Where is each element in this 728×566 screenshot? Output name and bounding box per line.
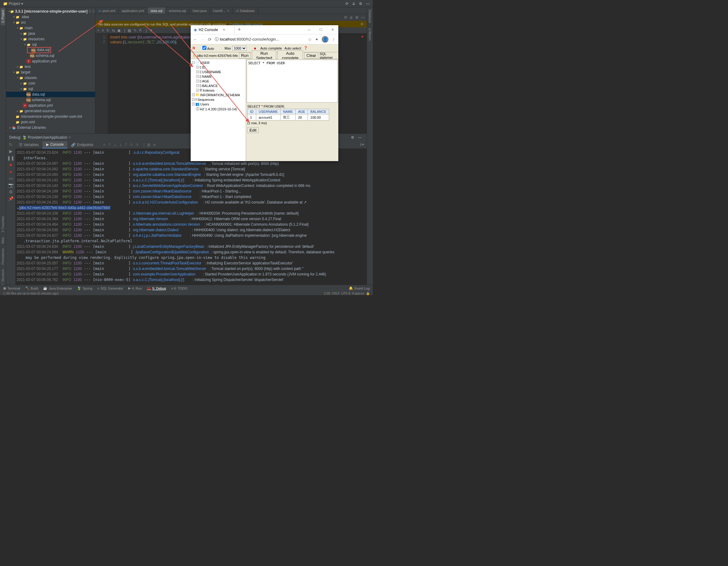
close-icon[interactable]: ×: [223, 28, 225, 32]
extensions-icon[interactable]: ✦: [315, 37, 319, 42]
h2-tree-item[interactable]: + ⚲ Indexes: [192, 88, 245, 93]
hide-icon[interactable]: —: [356, 135, 364, 140]
tree-item[interactable]: ▸📁java: [6, 31, 95, 36]
h2-tree-item[interactable]: + ▯ AGE: [192, 79, 245, 83]
tree-item[interactable]: SQLdata.sql: [6, 92, 95, 97]
h2-tree-item[interactable]: + ▯ ID: [192, 65, 245, 70]
status-enc[interactable]: UTF-8: [342, 292, 350, 295]
side-maven[interactable]: m Maven: [368, 26, 372, 43]
project-tree[interactable]: ▾📁3.3.1 [microservice-simple-provider-us…: [6, 7, 95, 134]
new-tab-icon[interactable]: +: [235, 26, 244, 33]
refresh-icon[interactable]: ↻: [106, 28, 109, 33]
avatar-icon[interactable]: 👤: [322, 36, 328, 43]
bottom-terminal[interactable]: ▣ Terminal: [3, 286, 20, 290]
tree-root[interactable]: ▾📁3.3.1 [microservice-simple-provider-us…: [6, 9, 95, 14]
filter-icon[interactable]: ▼: [149, 28, 153, 33]
side-web[interactable]: Web: [1, 235, 5, 246]
run-button[interactable]: Run: [239, 53, 251, 58]
status-eol[interactable]: CRLF: [332, 292, 340, 295]
edit-button[interactable]: Edit: [247, 127, 259, 133]
h2-tree-item[interactable]: + ▯ USERNAME: [192, 70, 245, 74]
status-pos[interactable]: 2:38: [324, 292, 330, 295]
hide-icon[interactable]: —: [361, 15, 365, 20]
bottom-build[interactable]: 🔨 Build: [25, 286, 38, 290]
layout-icon[interactable]: ▭: [9, 176, 13, 181]
dbg-btn[interactable]: ▦: [147, 143, 150, 147]
side-project[interactable]: 1: Project: [1, 7, 5, 25]
h2-tree-item[interactable]: + ⦀ Sequences: [192, 97, 245, 102]
dbg-btn[interactable]: ⤒: [108, 143, 111, 147]
hide-icon[interactable]: —: [364, 1, 372, 6]
dbg-btn[interactable]: ⤓: [113, 143, 117, 147]
editor-tab[interactable]: application.yml: [119, 7, 148, 14]
bottom-spring[interactable]: 🍃 Spring: [77, 286, 92, 290]
clear-button[interactable]: Clear: [304, 53, 318, 58]
notice-gear-icon[interactable]: ⚙: [360, 22, 364, 26]
collapse-icon[interactable]: ⇊: [350, 15, 353, 20]
bottom-sqlgen[interactable]: ≡ SQL Generator: [97, 286, 123, 290]
maximize-icon[interactable]: ☐: [315, 28, 327, 32]
editor-tab[interactable]: data.sql: [148, 7, 166, 14]
editor-tab[interactable]: m pom.xml: [95, 7, 119, 14]
tree-item[interactable]: ▸📁generated-sources: [6, 108, 95, 114]
h2-tree-item[interactable]: + 👥 Users: [192, 102, 245, 106]
reload-icon[interactable]: ⟳: [344, 1, 350, 6]
debug-config[interactable]: ProviderUserApplication: [28, 135, 67, 140]
help-icon[interactable]: ❓: [304, 46, 308, 50]
add-icon[interactable]: +: [97, 28, 99, 33]
sql-textarea[interactable]: SELECT * FROM USER: [247, 60, 338, 103]
collapse-icon[interactable]: ⇊: [350, 1, 357, 6]
tree-item[interactable]: SQLschema.sql: [6, 97, 95, 103]
stop-icon[interactable]: ■: [254, 46, 256, 50]
close-icon[interactable]: ×: [69, 135, 71, 140]
nav-icon[interactable]: ⇱: [139, 28, 142, 33]
edit-icon[interactable]: ✎: [133, 28, 137, 33]
dbg-btn[interactable]: ⤒: [125, 143, 128, 147]
status-indent[interactable]: 4 spaces: [352, 292, 364, 295]
sync-icon[interactable]: ⇆: [112, 28, 115, 33]
forward-icon[interactable]: →: [201, 37, 205, 42]
h2-tree-item[interactable]: + ▯ BALANCE: [192, 83, 245, 88]
h2-tree-item[interactable]: − 📄 USER: [192, 60, 245, 65]
tree-item[interactable]: ▾📁.idea: [6, 14, 95, 20]
gear-icon[interactable]: ⚙: [349, 135, 356, 140]
tab-endpoints[interactable]: 🔗 Endpoints: [67, 141, 97, 149]
side-favorites[interactable]: 2: Favorites: [1, 214, 5, 235]
breakpoint-icon[interactable]: ●: [10, 169, 12, 174]
editor-tab[interactable]: ≡3 Database: [233, 7, 258, 14]
gear-icon[interactable]: ⚙: [357, 1, 364, 6]
sync-icon[interactable]: ⟳: [344, 15, 347, 20]
bottom-run[interactable]: ▶ 4: Run: [128, 286, 142, 290]
minimize-icon[interactable]: —: [303, 28, 315, 32]
tree-item[interactable]: ▾📁sql: [6, 86, 95, 92]
tree-item[interactable]: ▾📁main: [6, 25, 95, 31]
scroll-icon[interactable]: ⤓▸: [357, 141, 367, 149]
h2-schema-tree[interactable]: − 📄 USER+ ▯ ID+ ▯ USERNAME+ ▯ NAME+ ▯ AG…: [191, 59, 246, 161]
tab-console[interactable]: ▶ Console: [42, 141, 67, 149]
h2-tree-item[interactable]: ⓘ H2 1.4.200 (2019-10-14): [192, 106, 245, 112]
star-icon[interactable]: ☆: [308, 37, 312, 42]
tree-item[interactable]: 📁pom.xml: [6, 119, 95, 125]
max-select[interactable]: 1000: [232, 46, 247, 51]
reload-icon[interactable]: ⟳: [208, 37, 212, 42]
error-marker-icon[interactable]: ●: [361, 34, 364, 39]
side-persistence[interactable]: Persistence: [1, 246, 5, 267]
pause-icon[interactable]: ❚❚: [7, 156, 14, 161]
tree-ext-lib[interactable]: ▸📚External Libraries: [6, 125, 95, 130]
project-dropdown[interactable]: 📁 Project ▾: [1, 1, 25, 6]
console-output[interactable]: 2021-03-07 00:04:23.824 INFO 1100 --- [m…: [6, 149, 367, 288]
bottom-debug[interactable]: 🐞 5: Debug: [147, 286, 166, 290]
bottom-javaee[interactable]: ☕ Java Enterprise: [43, 286, 72, 290]
tree-item[interactable]: ▾📁src: [6, 20, 95, 25]
grid-icon[interactable]: ▦: [128, 28, 131, 33]
settings-icon[interactable]: ⚙: [9, 189, 13, 194]
url-field[interactable]: ⓘ localhost:8000/h2-console/login...: [215, 37, 305, 42]
stop-icon[interactable]: ■: [10, 162, 12, 167]
tree-item[interactable]: ▾📁resources: [6, 36, 95, 42]
auto-checkbox[interactable]: [202, 46, 206, 50]
editor-tab[interactable]: schema.sql: [166, 7, 189, 14]
editor-tab[interactable]: UserR… ×: [210, 7, 233, 14]
dbg-btn[interactable]: ≣: [153, 143, 156, 147]
dbg-btn[interactable]: ↻: [130, 143, 133, 147]
tab-variables[interactable]: ☰ Variables: [15, 141, 42, 149]
